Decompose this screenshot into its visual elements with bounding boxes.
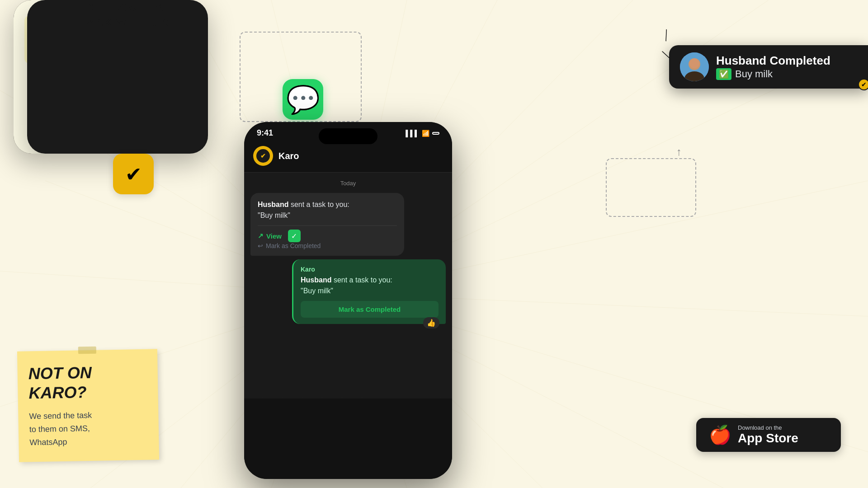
chat-name: Karo xyxy=(278,151,299,161)
notification-banner: ✔ Husband Completed ✅ Buy milk xyxy=(669,45,868,89)
chat-header: ✔ Karo xyxy=(244,141,452,173)
sticky-title: NOT ON KARO? xyxy=(28,362,147,403)
sticky-body: We send the task to them on SMS, WhatsAp… xyxy=(29,408,148,449)
signal-icon: ▌▌▌ xyxy=(406,130,419,137)
karo-checkmark: ✔ xyxy=(125,163,142,186)
dashed-arrow-up: ↑ xyxy=(676,145,682,158)
wifi-icon: 📶 xyxy=(422,130,429,137)
status-time: 9:41 xyxy=(257,128,273,138)
notification-title: Husband Completed xyxy=(716,54,830,68)
message-text-1: Husband sent a task to you: "Buy milk" xyxy=(258,199,397,221)
dynamic-island xyxy=(319,128,377,144)
app-store-button[interactable]: 🍎 Download on the App Store xyxy=(696,418,841,452)
app-store-name: App Store xyxy=(738,431,798,446)
phone-main: 9:41 ▌▌▌ 📶 ✔ Karo Today Husband s xyxy=(244,122,452,479)
chat-avatar: ✔ xyxy=(253,146,273,166)
message-bubble-1: Husband sent a task to you: "Buy milk" ↗… xyxy=(250,193,404,256)
notification-check: ✅ xyxy=(716,68,731,80)
thumbs-up: 👍 xyxy=(423,317,439,328)
phone-top-left: DELEGATE A TASK WITH US ↙ Buy milk @Husb… xyxy=(14,0,208,154)
message-bubble-sent: Karo Husband sent a task to you: "Buy mi… xyxy=(292,259,446,324)
notification-subtitle: ✅ Buy milk xyxy=(716,68,830,80)
whatsapp-icon[interactable]: 💬 xyxy=(283,79,323,120)
apple-icon: 🍎 xyxy=(709,424,731,446)
chat-area: Today Husband sent a task to you: "Buy m… xyxy=(244,173,452,399)
battery-icon xyxy=(432,132,439,135)
view-icon: ↗ xyxy=(258,232,264,240)
sticky-note: NOT ON KARO? We send the task to them on… xyxy=(17,349,159,462)
green-check-badge: ✓ xyxy=(288,230,301,242)
delegate-header: DELEGATE A TASK WITH US xyxy=(27,0,208,154)
karo-app-icon[interactable]: ✔ xyxy=(113,154,154,194)
view-button[interactable]: ↗ View xyxy=(258,232,282,240)
flow-box-right: ↑ xyxy=(606,158,696,217)
app-store-label: Download on the xyxy=(738,424,798,431)
svg-point-24 xyxy=(689,58,699,68)
notification-avatar: ✔ xyxy=(680,52,709,81)
mark-icon: ↩ xyxy=(258,242,263,249)
sparkle-decoration: ╲ ╲ xyxy=(664,27,669,63)
whatsapp-symbol: 💬 xyxy=(286,84,320,116)
bubble2-sender: Karo xyxy=(301,266,439,273)
mark-completed-button[interactable]: Mark as Completed xyxy=(301,301,439,318)
mark-completed-ghost[interactable]: ↩ Mark as Completed xyxy=(258,242,397,249)
status-icons: ▌▌▌ 📶 xyxy=(406,130,439,137)
message-text-2: Husband sent a task to you: "Buy milk" xyxy=(301,275,439,296)
